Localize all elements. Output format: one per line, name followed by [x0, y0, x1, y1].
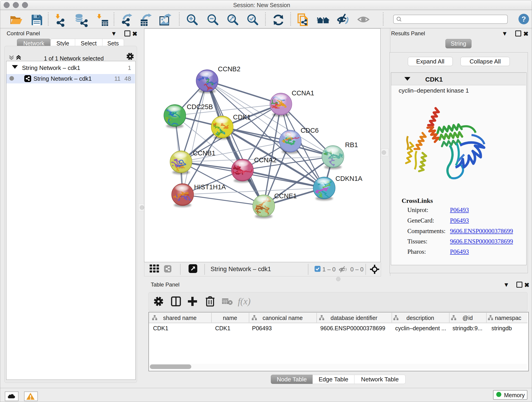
svg-text:CCNA1: CCNA1	[292, 89, 314, 97]
svg-text:CDKN1A: CDKN1A	[336, 175, 362, 182]
svg-text:CCNB2: CCNB2	[218, 65, 240, 73]
svg-text:HIST1H1A: HIST1H1A	[194, 183, 226, 191]
svg-text:CDC6: CDC6	[301, 127, 319, 134]
svg-text:CCNE1: CCNE1	[274, 192, 297, 200]
svg-text:CCNA2: CCNA2	[254, 156, 277, 164]
svg-text:CDK1: CDK1	[233, 114, 251, 121]
svg-text:CDC25B: CDC25B	[187, 103, 213, 110]
svg-text:RB1: RB1	[345, 141, 358, 148]
svg-text:CCNB1: CCNB1	[193, 149, 215, 157]
